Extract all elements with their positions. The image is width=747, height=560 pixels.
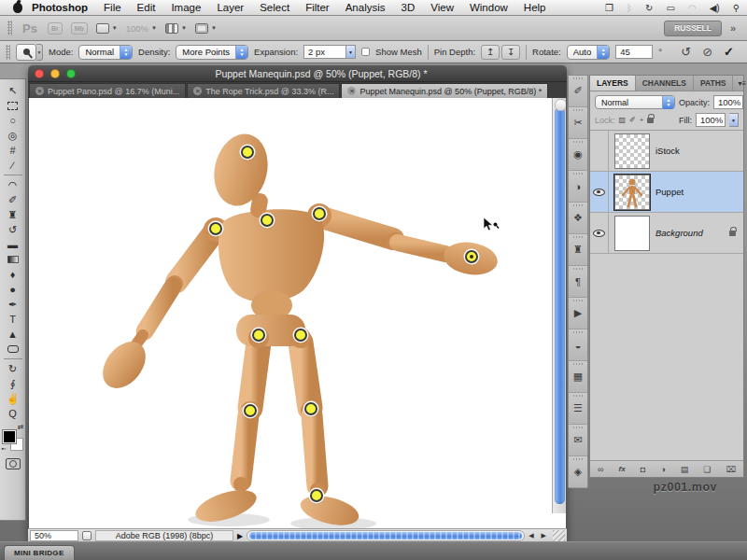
window-resize-grip[interactable]: [553, 530, 565, 542]
fill-caret[interactable]: ▼: [729, 113, 739, 127]
clone-stamp-tool[interactable]: ♜: [3, 207, 23, 222]
move-tool[interactable]: ↖: [3, 83, 23, 98]
visibility-toggle[interactable]: [590, 131, 609, 172]
lasso-tool[interactable]: ○: [3, 113, 23, 128]
type-tool[interactable]: T: [3, 312, 23, 327]
spaces-icon[interactable]: ❐: [605, 3, 613, 13]
panel-adjustments[interactable]: ◑: [569, 171, 587, 203]
apple-menu-icon[interactable]: [13, 3, 22, 13]
3d-rotate-tool[interactable]: ↻: [3, 361, 23, 376]
mini-bridge-tab[interactable]: MINI BRIDGE: [4, 545, 75, 560]
visibility-toggle[interactable]: [590, 172, 609, 213]
menu-item-select[interactable]: Select: [260, 2, 289, 13]
layer-style-icon[interactable]: fx: [619, 465, 626, 473]
status-zoom-field[interactable]: 50%: [30, 530, 78, 541]
lock-transparency-icon[interactable]: ▨: [619, 116, 627, 124]
canvas[interactable]: [28, 98, 567, 528]
pen-tool[interactable]: ✒: [3, 297, 23, 312]
panel-kuler[interactable]: ◉: [569, 139, 587, 171]
panel-tool-presets[interactable]: ✂: [569, 107, 587, 139]
layer-row-puppet[interactable]: Puppet: [590, 172, 743, 213]
pin-right-knee[interactable]: [304, 402, 317, 415]
panel-paragraph[interactable]: ☰: [569, 393, 587, 425]
density-select[interactable]: More Points▲▼: [176, 45, 248, 60]
menu-item-image[interactable]: Image: [171, 2, 201, 13]
menu-item-view[interactable]: View: [430, 2, 454, 13]
menu-item-3d[interactable]: 3D: [402, 2, 416, 13]
dodge-tool[interactable]: ●: [3, 282, 23, 297]
wifi-icon[interactable]: ◠: [688, 3, 697, 13]
launch-bridge-button[interactable]: Br: [48, 22, 63, 35]
display-icon[interactable]: ▭: [666, 3, 674, 13]
mode-select[interactable]: Normal▲▼: [78, 45, 133, 60]
zoom-level-dropdown[interactable]: 100%▼: [126, 23, 157, 34]
pin-backward-button[interactable]: ↧: [501, 45, 520, 60]
foreground-color-swatch[interactable]: [3, 430, 16, 443]
layer-thumbnail[interactable]: [614, 133, 650, 169]
eraser-tool[interactable]: ▬: [3, 237, 23, 252]
close-tab-icon[interactable]: ✕: [35, 87, 44, 95]
layer-row-istock[interactable]: iStock: [590, 131, 743, 172]
eyedropper-tool[interactable]: ∕: [3, 158, 23, 173]
menu-item-edit[interactable]: Edit: [137, 2, 156, 13]
pin-chest[interactable]: [261, 214, 274, 227]
document-tab-2[interactable]: ✕ The Rope Trick.psd @ 33.3% (R...: [187, 83, 340, 98]
scroll-arrow-buttons[interactable]: ◀ ▶: [529, 532, 549, 539]
history-brush-tool[interactable]: ↺: [3, 222, 23, 237]
pin-right-hip[interactable]: [294, 329, 307, 342]
view-extras-button[interactable]: ▼: [96, 23, 118, 34]
visibility-toggle[interactable]: [590, 213, 609, 254]
pin-right-shoulder[interactable]: [313, 207, 326, 220]
pin-left-shoulder[interactable]: [209, 222, 222, 235]
show-mesh-checkbox[interactable]: [361, 48, 370, 56]
fill-field[interactable]: 100%: [696, 113, 726, 127]
menu-item-file[interactable]: File: [104, 2, 121, 13]
menu-item-help[interactable]: Help: [524, 2, 546, 13]
workspace-overflow-chevrons[interactable]: »: [730, 22, 736, 34]
new-group-icon[interactable]: ▤: [681, 465, 689, 474]
bluetooth-icon[interactable]: ᛒ: [627, 3, 632, 13]
panel-brushes[interactable]: ❖: [569, 203, 587, 234]
hand-tool[interactable]: ✌: [3, 391, 23, 406]
vertical-scrollbar-thumb[interactable]: [555, 107, 565, 504]
path-selection-tool[interactable]: ▲: [3, 327, 23, 342]
panel-clone-source[interactable]: ♜: [569, 234, 587, 266]
add-layer-mask-icon[interactable]: ◘: [641, 465, 645, 474]
adjustment-layer-icon[interactable]: ◑: [660, 465, 665, 474]
reset-pins-button[interactable]: ↺: [681, 45, 691, 59]
document-titlebar[interactable]: Puppet Manequin.psd @ 50% (Puppet, RGB/8…: [28, 65, 567, 82]
cancel-warp-button[interactable]: ⊘: [702, 45, 712, 59]
quick-selection-tool[interactable]: ◎: [3, 128, 23, 143]
rotate-angle-field[interactable]: 45: [615, 45, 653, 59]
rectangular-marquee-tool[interactable]: [3, 98, 23, 113]
screen-mode-button[interactable]: ▼: [195, 23, 217, 34]
tab-channels[interactable]: CHANNELS: [636, 76, 694, 91]
commit-warp-button[interactable]: ✓: [724, 45, 734, 59]
pin-head[interactable]: [241, 146, 254, 159]
blur-tool[interactable]: ♦: [3, 267, 23, 282]
panel-layer-comps[interactable]: ◈: [569, 456, 587, 488]
pin-left-knee[interactable]: [244, 404, 257, 417]
close-tab-icon[interactable]: ✕: [347, 87, 356, 95]
blend-mode-select[interactable]: Normal▲▼: [595, 95, 675, 109]
vertical-scrollbar[interactable]: [552, 98, 566, 513]
puppet-warp-tool-preset[interactable]: ▼: [16, 44, 43, 61]
delete-layer-icon[interactable]: ⌧: [726, 465, 736, 474]
launch-minibridge-button[interactable]: Mb: [71, 22, 88, 35]
arrange-documents-button[interactable]: ▼: [165, 23, 187, 34]
crop-tool[interactable]: #: [3, 143, 23, 158]
pin-forward-button[interactable]: ↥: [481, 45, 500, 60]
pin-right-hand[interactable]: [465, 250, 478, 263]
3d-orbit-tool[interactable]: ∮: [3, 376, 23, 391]
rotate-select[interactable]: Auto▲▼: [567, 45, 611, 60]
panel-notes[interactable]: ✉: [569, 425, 587, 456]
horizontal-scrollbar[interactable]: [247, 530, 525, 541]
close-tab-icon[interactable]: ✕: [193, 87, 202, 95]
horizontal-scrollbar-thumb[interactable]: [249, 532, 522, 539]
swap-colors-icon[interactable]: ⇄: [18, 423, 24, 431]
minimize-window-button[interactable]: [50, 69, 60, 78]
zoom-tool[interactable]: Q: [3, 406, 23, 421]
workspace-button[interactable]: RUSSELL: [664, 21, 722, 36]
new-layer-icon[interactable]: ❏: [703, 465, 711, 474]
default-colors-icon[interactable]: ▪▫: [2, 445, 7, 452]
